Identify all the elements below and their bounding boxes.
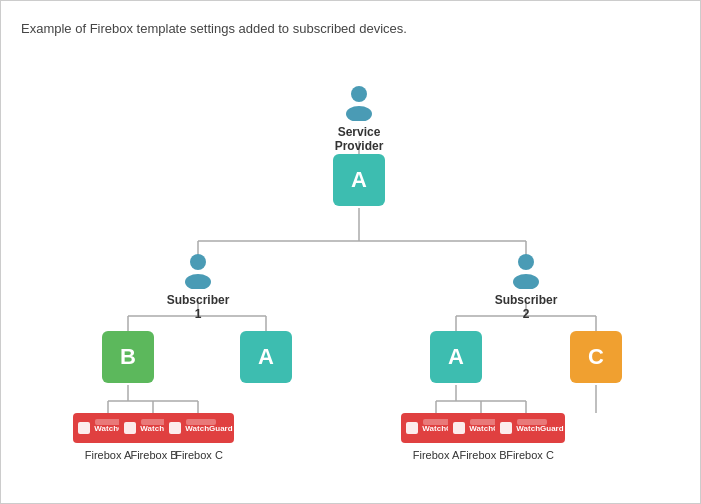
- svg-point-28: [518, 254, 534, 270]
- subscriber2-icon: [506, 249, 546, 289]
- firebox-group2-c: WatchGuard Firebox C: [495, 413, 565, 461]
- template-a-sub1: A: [240, 331, 292, 383]
- svg-point-27: [185, 274, 211, 289]
- subscriber1-icon: [178, 249, 218, 289]
- service-provider-label: Service Provider: [329, 125, 389, 153]
- svg-point-24: [351, 86, 367, 102]
- firebox-label: Firebox C: [175, 449, 223, 461]
- template-c-sub2: C: [570, 331, 622, 383]
- svg-point-25: [346, 106, 372, 121]
- firebox-device: WatchGuard: [495, 413, 565, 443]
- subscriber1-node: Subscriber 1: [168, 249, 228, 321]
- template-a-sp: A: [333, 154, 385, 206]
- service-provider-node: Service Provider: [329, 81, 389, 153]
- template-b-sub1: B: [102, 331, 154, 383]
- template-a-sub2: A: [430, 331, 482, 383]
- template-box-b: B: [102, 331, 154, 383]
- subscriber1-label: Subscriber 1: [167, 293, 230, 321]
- firebox-label: Firebox C: [506, 449, 554, 461]
- diagram-container: Example of Firebox template settings add…: [1, 1, 701, 504]
- template-box-a-sp: A: [333, 154, 385, 206]
- template-box-a2: A: [430, 331, 482, 383]
- template-box-a1: A: [240, 331, 292, 383]
- subscriber2-node: Subscriber 2: [496, 249, 556, 321]
- template-box-c: C: [570, 331, 622, 383]
- svg-point-29: [513, 274, 539, 289]
- firebox-device: WatchGuard: [164, 413, 234, 443]
- svg-point-26: [190, 254, 206, 270]
- service-provider-icon: [339, 81, 379, 121]
- subscriber2-label: Subscriber 2: [495, 293, 558, 321]
- caption-text: Example of Firebox template settings add…: [21, 21, 407, 36]
- firebox-group1-c: WatchGuard Firebox C: [164, 413, 234, 461]
